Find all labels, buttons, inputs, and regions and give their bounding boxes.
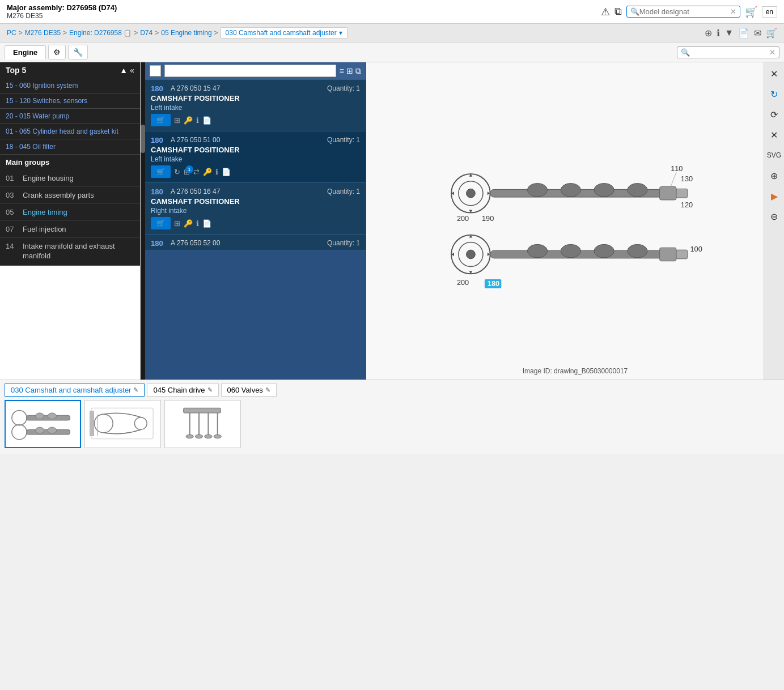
list-view-icon[interactable]: ≡ <box>340 66 344 76</box>
save-tool-icon[interactable]: SVG <box>766 147 782 163</box>
cart-btn-0[interactable]: 🛒 <box>151 114 171 126</box>
key-icon-1[interactable]: 🔑 <box>203 168 212 176</box>
edit-icon-1[interactable]: ✎ <box>207 386 213 394</box>
part-icons-1: ↻ ⊞1 ⇄ 🔑 ℹ 📄 <box>174 168 231 176</box>
svg-point-12 <box>466 250 475 259</box>
bottom-tab-1[interactable]: 045 Chain drive ✎ <box>147 384 218 397</box>
key-icon-0[interactable]: 🔑 <box>184 116 193 125</box>
thumbnail-1[interactable] <box>84 400 161 448</box>
header: Major assembly: D276958 (D74) M276 DE35 … <box>0 0 784 24</box>
spec-icon-1[interactable]: ⊞1 <box>184 168 190 176</box>
group-item-05[interactable]: 05 Engine timing <box>0 204 140 221</box>
switch-icon-1[interactable]: ⇄ <box>193 168 200 176</box>
copy-button[interactable]: ⧉ <box>615 6 622 18</box>
info-icon-2[interactable]: ℹ <box>196 219 199 228</box>
cart-btn-2[interactable]: 🛒 <box>151 217 171 229</box>
svg-point-22 <box>12 410 27 425</box>
top5-item-0[interactable]: 15 - 060 Ignition system <box>0 78 140 93</box>
grid-view-icon[interactable]: ⊞ <box>346 66 353 76</box>
tab-search-icon: 🔍 <box>681 48 690 57</box>
breadcrumb-engine[interactable]: Engine: D276958 📋 <box>69 29 132 37</box>
label-100: 100 <box>690 245 702 253</box>
sidebar-scrollbar-thumb[interactable] <box>141 125 145 153</box>
dropdown-icon: ▾ <box>339 29 342 37</box>
cart-btn-1[interactable]: 🛒 <box>151 165 171 178</box>
top5-close-icon[interactable]: « <box>130 66 134 75</box>
spec-icon-2[interactable]: ⊞ <box>174 219 180 228</box>
tab-icon-wrench[interactable]: 🔧 <box>68 45 88 59</box>
info-icon[interactable]: ℹ <box>717 28 720 39</box>
clear-search-icon[interactable]: ✕ <box>730 7 736 16</box>
breadcrumb-current[interactable]: 030 Camshaft and camshaft adjuster ▾ <box>221 27 347 39</box>
top5-collapse-icon[interactable]: ▲ <box>120 66 128 75</box>
refresh-tool-icon[interactable]: ↻ <box>766 86 782 102</box>
partlist-checkbox[interactable] <box>150 65 161 76</box>
history-tool-icon[interactable]: ⟳ <box>766 107 782 122</box>
diagram-image: 110 130 120 100 200 190 200 <box>366 62 764 380</box>
edit-icon-2[interactable]: ✎ <box>265 386 270 394</box>
tab-search-box: 🔍 ✕ <box>677 46 779 58</box>
tab-icon-gear[interactable]: ⚙ <box>48 45 66 59</box>
spec-icon-0[interactable]: ⊞ <box>174 116 180 125</box>
svg-point-27 <box>48 413 56 419</box>
svg-point-2 <box>466 189 475 198</box>
top5-item-2[interactable]: 20 - 015 Water pump <box>0 109 140 124</box>
zoom-in-icon[interactable]: ⊕ <box>705 28 712 39</box>
bottom-tab-0[interactable]: 030 Camshaft and camshaft adjuster ✎ <box>5 384 145 397</box>
svg-point-4 <box>527 184 547 197</box>
svg-rect-8 <box>659 186 676 200</box>
top5-item-3[interactable]: 01 - 065 Cylinder head and gasket kit <box>0 124 140 139</box>
info-icon-0[interactable]: ℹ <box>196 116 199 125</box>
key-icon-2[interactable]: 🔑 <box>184 219 193 228</box>
breadcrumb-m276[interactable]: M276 DE35 <box>25 29 61 37</box>
thumbnail-0[interactable] <box>5 400 81 448</box>
part-desc-2: Right intake <box>151 207 360 215</box>
refresh-icon-1[interactable]: ↻ <box>174 168 180 176</box>
group-item-03[interactable]: 03 Crank assembly parts <box>0 187 140 204</box>
warning-button[interactable]: ⚠ <box>601 6 610 18</box>
close-tool-icon[interactable]: ✕ <box>766 66 782 82</box>
thumbnail-2[interactable] <box>164 400 241 448</box>
group-item-14[interactable]: 14 Intake manifold and exhaust manifold <box>0 238 140 266</box>
document-icon[interactable]: 📄 <box>738 28 749 39</box>
filter-icon[interactable]: ▼ <box>724 28 734 38</box>
part-item-1[interactable]: 180 A 276 050 51 00 Quantity: 1 CAMSHAFT… <box>145 131 366 183</box>
pointer-tool-icon[interactable]: ▶ <box>766 188 782 204</box>
model-search-input[interactable] <box>639 7 730 16</box>
copy-view-icon[interactable]: ⧉ <box>355 66 361 76</box>
top5-item-4[interactable]: 18 - 045 Oil filter <box>0 139 140 155</box>
crosshair-tool-icon[interactable]: ✕ <box>766 127 782 143</box>
group-item-01[interactable]: 01 Engine housing <box>0 170 140 187</box>
tab-engine[interactable]: Engine <box>5 45 46 59</box>
mail-icon[interactable]: ✉ <box>754 28 761 39</box>
part-actions-2: 🛒 ⊞ 🔑 ℹ 📄 <box>151 217 360 229</box>
doc-icon-1[interactable]: 📄 <box>222 168 231 176</box>
part-icons-0: ⊞ 🔑 ℹ 📄 <box>174 116 211 125</box>
zoom-in-tool-icon[interactable]: ⊕ <box>766 168 782 184</box>
header-left: Major assembly: D276958 (D74) M276 DE35 <box>7 3 117 20</box>
part-item-3[interactable]: 180 A 276 050 52 00 Quantity: 1 <box>145 235 366 250</box>
breadcrumb-pc[interactable]: PC <box>7 29 16 37</box>
breadcrumb-d74[interactable]: D74 <box>140 29 152 37</box>
cart-tools-icon[interactable]: 🛒 <box>766 28 777 39</box>
breadcrumb-05[interactable]: 05 Engine timing <box>161 29 211 37</box>
sidebar: Top 5 ▲ « 15 - 060 Ignition system 15 - … <box>0 62 141 380</box>
svg-point-26 <box>35 413 44 419</box>
top5-item-1[interactable]: 15 - 120 Switches, sensors <box>0 93 140 109</box>
info-icon-1[interactable]: ℹ <box>215 168 218 176</box>
bottom-tab-2[interactable]: 060 Valves ✎ <box>221 384 277 397</box>
part-item-0[interactable]: 180 A 276 050 15 47 Quantity: 1 CAMSHAFT… <box>145 80 366 131</box>
cart-button[interactable]: 🛒 <box>745 6 757 18</box>
tab-search-clear-icon[interactable]: ✕ <box>769 48 775 57</box>
edit-icon-0[interactable]: ✎ <box>133 386 138 394</box>
language-selector[interactable]: en <box>762 6 777 18</box>
label-200b: 200 <box>456 278 468 287</box>
partlist-search-input[interactable] <box>164 65 336 77</box>
part-item-2[interactable]: 180 A 276 050 16 47 Quantity: 1 CAMSHAFT… <box>145 183 366 235</box>
thumb-svg-0 <box>6 401 80 447</box>
group-item-07[interactable]: 07 Fuel injection <box>0 221 140 238</box>
doc-icon-2[interactable]: 📄 <box>202 219 211 228</box>
tab-search-input[interactable] <box>690 48 769 56</box>
zoom-out-tool-icon[interactable]: ⊖ <box>766 208 782 224</box>
doc-icon-0[interactable]: 📄 <box>202 116 211 125</box>
